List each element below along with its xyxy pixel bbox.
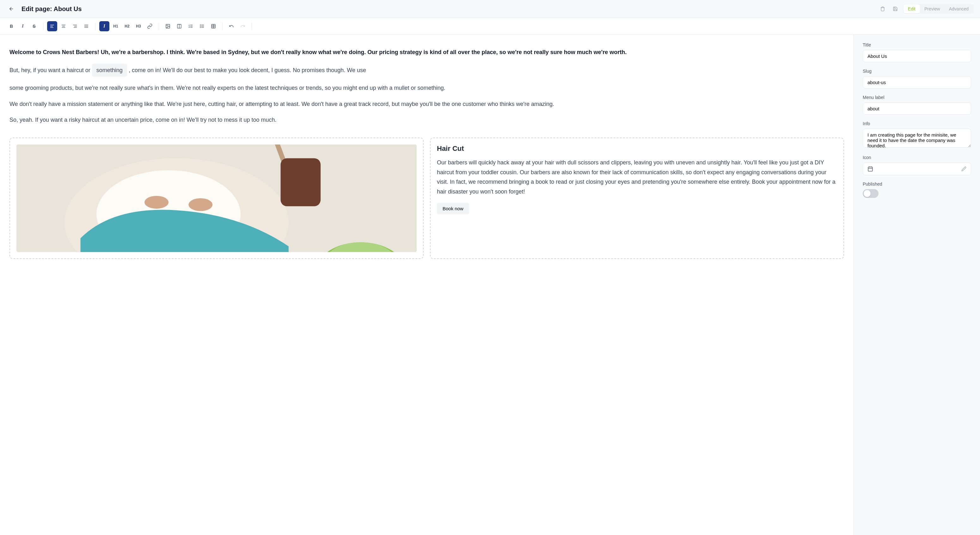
svg-point-22 — [200, 25, 200, 25]
svg-point-13 — [167, 25, 167, 26]
editor-canvas[interactable]: Welcome to Crows Nest Barbers! Uh, we're… — [0, 35, 854, 535]
mode-tabs: Edit Preview Advanced — [903, 4, 974, 14]
h1-button[interactable]: H1 — [111, 21, 121, 31]
content-paragraph[interactable]: So, yeah. If you want a risky haircut at… — [10, 115, 844, 125]
save-button[interactable] — [890, 4, 900, 14]
strikethrough-button[interactable]: S — [29, 21, 39, 31]
text-style-button[interactable]: I — [99, 21, 110, 31]
icon-picker[interactable] — [863, 162, 971, 175]
trash-icon — [880, 6, 885, 11]
tab-preview[interactable]: Preview — [920, 5, 945, 13]
svg-point-24 — [200, 27, 200, 27]
format-toolbar: B I S I H1 H2 H3 — [0, 18, 980, 35]
main: Welcome to Crows Nest Barbers! Uh, we're… — [0, 35, 980, 535]
menu-label-input[interactable] — [863, 102, 971, 115]
h3-button[interactable]: H3 — [134, 21, 143, 31]
field-info: Info — [863, 121, 971, 149]
image-icon — [165, 24, 170, 29]
card-description: Our barbers will quickly hack away at yo… — [437, 158, 837, 196]
card-title: Hair Cut — [437, 145, 837, 153]
content-paragraph[interactable]: Welcome to Crows Nest Barbers! Uh, we're… — [10, 48, 844, 57]
back-button[interactable] — [6, 4, 16, 14]
table-icon — [211, 24, 216, 29]
info-textarea[interactable] — [863, 129, 971, 148]
content-paragraph[interactable]: We don't really have a mission statement… — [10, 99, 844, 109]
undo-icon — [229, 24, 234, 29]
title-label: Title — [863, 42, 971, 48]
svg-point-33 — [188, 198, 212, 211]
arrow-left-icon — [8, 6, 14, 12]
page-title: Edit page: About Us — [22, 5, 81, 13]
tab-advanced[interactable]: Advanced — [945, 5, 973, 13]
topbar: Edit page: About Us Edit Preview Advance… — [0, 0, 980, 18]
info-label: Info — [863, 121, 971, 126]
highlighted-text[interactable]: something — [92, 64, 127, 77]
svg-rect-37 — [868, 167, 872, 171]
content-paragraph[interactable]: some grooming products, but we're not re… — [10, 83, 844, 93]
align-left-icon — [49, 24, 55, 29]
align-center-icon — [61, 24, 66, 29]
unordered-list-icon — [199, 24, 205, 29]
svg-point-32 — [145, 196, 169, 209]
svg-rect-36 — [281, 158, 321, 206]
field-icon: Icon — [863, 155, 971, 175]
published-toggle[interactable] — [863, 189, 878, 198]
tab-edit[interactable]: Edit — [904, 5, 920, 13]
h2-button[interactable]: H2 — [122, 21, 132, 31]
columns-icon — [177, 24, 182, 29]
text-span: , come on in! We'll do our best to make … — [129, 67, 366, 73]
align-right-icon — [72, 24, 78, 29]
delete-button[interactable] — [878, 4, 888, 14]
align-center-button[interactable] — [59, 21, 68, 31]
content-paragraph[interactable]: But, hey, if you want a haircut or somet… — [10, 64, 844, 77]
card-image-placeholder[interactable] — [16, 145, 417, 252]
align-right-button[interactable] — [70, 21, 80, 31]
italic-button[interactable]: I — [18, 21, 28, 31]
field-title: Title — [863, 42, 971, 62]
table-button[interactable] — [208, 21, 218, 31]
align-justify-icon — [84, 24, 89, 29]
separator — [251, 22, 252, 30]
redo-icon — [240, 24, 245, 29]
field-menu-label: Menu label — [863, 95, 971, 115]
field-published: Published — [863, 182, 971, 198]
published-label: Published — [863, 182, 971, 186]
image-card[interactable] — [10, 137, 423, 259]
ordered-list-button[interactable] — [186, 21, 196, 31]
separator — [43, 22, 43, 30]
redo-button[interactable] — [238, 21, 248, 31]
text-span: But, hey, if you want a haircut or — [10, 67, 92, 73]
slug-input[interactable] — [863, 76, 971, 89]
link-button[interactable] — [145, 21, 155, 31]
save-icon — [893, 6, 898, 11]
align-left-button[interactable] — [47, 21, 57, 31]
title-input[interactable] — [863, 50, 971, 62]
ordered-list-icon — [188, 24, 193, 29]
bold-button[interactable]: B — [6, 21, 16, 31]
undo-button[interactable] — [226, 21, 237, 31]
separator — [222, 22, 223, 30]
topbar-right: Edit Preview Advanced — [878, 4, 974, 14]
separator — [95, 22, 95, 30]
spa-image — [16, 145, 417, 252]
pencil-icon[interactable] — [961, 166, 966, 171]
card-row: Hair Cut Our barbers will quickly hack a… — [10, 137, 844, 259]
align-justify-button[interactable] — [81, 21, 91, 31]
topbar-left: Edit page: About Us — [6, 4, 81, 14]
properties-panel: Title Slug Menu label Info Icon Publishe… — [854, 35, 980, 535]
icon-label: Icon — [863, 155, 971, 160]
image-button[interactable] — [163, 21, 173, 31]
svg-point-23 — [200, 26, 200, 26]
link-icon — [147, 24, 153, 29]
book-now-button[interactable]: Book now — [437, 203, 469, 214]
toggle-knob — [864, 190, 870, 197]
separator — [159, 22, 159, 30]
menu-label-label: Menu label — [863, 95, 971, 100]
field-slug: Slug — [863, 68, 971, 89]
unordered-list-button[interactable] — [197, 21, 207, 31]
calendar-icon — [867, 166, 873, 172]
columns-button[interactable] — [174, 21, 184, 31]
slug-label: Slug — [863, 68, 971, 74]
text-card[interactable]: Hair Cut Our barbers will quickly hack a… — [430, 137, 844, 259]
